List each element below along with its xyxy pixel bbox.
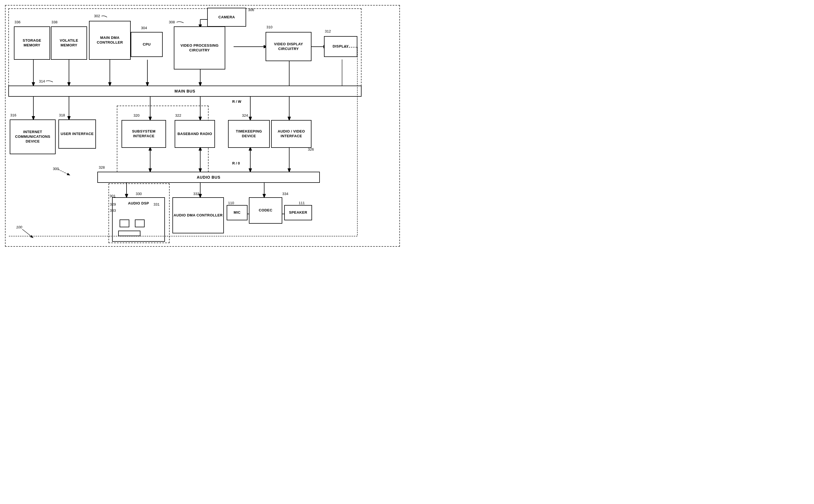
rw-bottom-label: R / 0: [232, 161, 240, 165]
ref-330: 330: [136, 192, 142, 196]
ref-310: 310: [267, 25, 273, 29]
ref-326: 326: [308, 147, 314, 151]
camera-box: CAMERA: [207, 8, 246, 27]
ref-334: 334: [282, 192, 288, 196]
mic-box: MIC: [227, 205, 248, 220]
cpu-box: CPU: [131, 32, 163, 57]
ref-329: 329: [110, 202, 116, 206]
ref-324: 324: [242, 113, 248, 118]
video-processing-box: VIDEO PROCESSING CIRCUITRY: [174, 26, 225, 69]
internet-comms-box: INTERNET COMMUNICATIONS DEVICE: [10, 119, 56, 154]
ref-328: 328: [99, 165, 105, 169]
ref-332: 332: [193, 192, 199, 196]
ref-300: 300: [53, 167, 59, 171]
subsystem-interface-box: SUBSYSTEM INTERFACE: [121, 120, 166, 148]
rw-top-label: R / W: [232, 99, 242, 104]
ref-316: 316: [10, 113, 16, 117]
timekeeping-box: TIMEKEEPING DEVICE: [228, 120, 270, 148]
volatile-memory-box: VOLATILE MEMORY: [51, 26, 87, 60]
ref-100: 100: [16, 225, 22, 229]
ref-331: 331: [153, 202, 159, 206]
ref-301: 301: [109, 194, 116, 198]
ref-336: 336: [14, 20, 21, 24]
display-box: DISPLAY: [324, 36, 357, 57]
main-bus-box: MAIN BUS: [8, 86, 362, 97]
main-dma-box: MAIN DMA CONTROLLER: [89, 21, 131, 60]
ref-318: 318: [59, 113, 65, 117]
ref-338: 338: [51, 20, 58, 24]
ref-322: 322: [175, 113, 181, 118]
audio-video-interface-box: AUDIO / VIDEO INTERFACE: [271, 120, 312, 148]
ref-302: 302: [94, 14, 100, 18]
diagram-container: STORAGE MEMORY VOLATILE MEMORY MAIN DMA …: [0, 0, 407, 252]
user-interface-box: USER INTERFACE: [58, 119, 96, 149]
ref-304: 304: [141, 26, 147, 30]
ref-306: 306: [248, 8, 254, 12]
codec-box: CODEC: [249, 197, 282, 224]
ref-320: 320: [133, 113, 139, 118]
audio-bus-box: AUDIO BUS: [97, 172, 320, 183]
storage-memory-box: STORAGE MEMORY: [14, 26, 50, 60]
ref-111: 111: [299, 201, 305, 205]
speaker-box: SPEAKER: [284, 205, 312, 220]
ref-110: 110: [228, 201, 234, 205]
audio-dma-box: AUDIO DMA CONTROLLER: [172, 197, 224, 233]
ref-314: 314: [39, 79, 45, 83]
video-display-box: VIDEO DISPLAY CIRCUITRY: [266, 32, 312, 61]
ref-308: 308: [169, 20, 175, 24]
baseband-radio-box: BASEBAND RADIO: [175, 120, 215, 148]
ref-333: 333: [110, 208, 116, 213]
ref-312: 312: [325, 29, 331, 33]
